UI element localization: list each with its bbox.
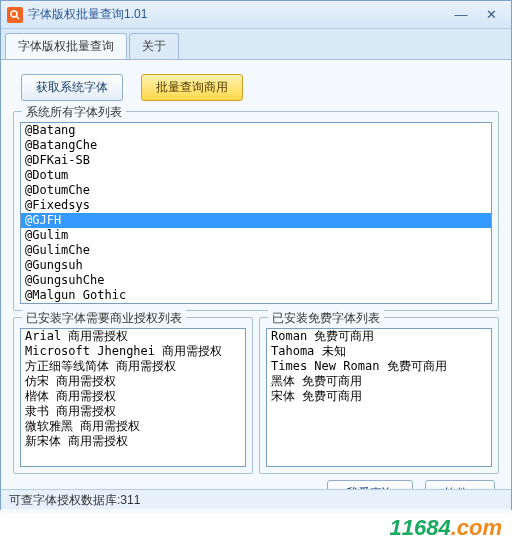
minimize-button[interactable]: — — [447, 6, 475, 24]
watermark-suffix: .com — [451, 515, 502, 540]
group-all-fonts: 系统所有字体列表 @Batang@BatangChe@DFKai-SB@Dotu… — [13, 111, 499, 311]
status-bar: 可查字体授权数据库:311 — [1, 489, 511, 509]
group-all-fonts-label: 系统所有字体列表 — [22, 104, 126, 121]
all-fonts-listbox[interactable]: @Batang@BatangChe@DFKai-SB@Dotum@DotumCh… — [20, 122, 492, 304]
list-item[interactable]: @Dotum — [21, 168, 491, 183]
status-text: 可查字体授权数据库:311 — [9, 493, 140, 507]
svg-line-1 — [17, 16, 20, 19]
watermark-text: 11684 — [389, 515, 450, 540]
list-item[interactable]: @Gulim — [21, 228, 491, 243]
list-item[interactable]: 黑体 免费可商用 — [267, 374, 491, 389]
list-item[interactable]: 仿宋 商用需授权 — [21, 374, 245, 389]
group-free-fonts-label: 已安装免费字体列表 — [268, 310, 384, 327]
close-button[interactable]: ✕ — [477, 6, 505, 24]
list-item[interactable]: 宋体 免费可商用 — [267, 389, 491, 404]
list-item[interactable]: @GulimChe — [21, 243, 491, 258]
list-item[interactable]: Roman 免费可商用 — [267, 329, 491, 344]
list-item[interactable]: @DFKai-SB — [21, 153, 491, 168]
svg-point-0 — [11, 11, 17, 17]
titlebar: 字体版权批量查询1.01 — ✕ — [1, 1, 511, 29]
tab-about[interactable]: 关于 — [129, 33, 179, 59]
list-item[interactable]: 隶书 商用需授权 — [21, 404, 245, 419]
get-system-fonts-button[interactable]: 获取系统字体 — [21, 74, 123, 101]
need-license-listbox[interactable]: Arial 商用需授权Microsoft Jhenghei 商用需授权方正细等线… — [20, 328, 246, 467]
group-need-license-label: 已安装字体需要商业授权列表 — [22, 310, 186, 327]
group-free-fonts: 已安装免费字体列表 Roman 免费可商用Tahoma 未知Times New … — [259, 317, 499, 474]
list-item[interactable]: 楷体 商用需授权 — [21, 389, 245, 404]
list-item[interactable]: Tahoma 未知 — [267, 344, 491, 359]
bottom-columns: 已安装字体需要商业授权列表 Arial 商用需授权Microsoft Jheng… — [13, 317, 499, 474]
tab-bar: 字体版权批量查询 关于 — [1, 29, 511, 60]
list-item[interactable]: @GungsuhChe — [21, 273, 491, 288]
group-need-license: 已安装字体需要商业授权列表 Arial 商用需授权Microsoft Jheng… — [13, 317, 253, 474]
window-controls: — ✕ — [447, 6, 505, 24]
list-item[interactable]: @BatangChe — [21, 138, 491, 153]
batch-query-button[interactable]: 批量查询商用 — [141, 74, 243, 101]
list-item[interactable]: 微软雅黑 商用需授权 — [21, 419, 245, 434]
list-item[interactable]: @Malgun Gothic — [21, 288, 491, 303]
list-item[interactable]: 方正细等线简体 商用需授权 — [21, 359, 245, 374]
list-item[interactable]: @Fixedsys — [21, 198, 491, 213]
list-item[interactable]: @Batang — [21, 123, 491, 138]
watermark: 11684.com — [389, 515, 502, 541]
list-item[interactable]: 新宋体 商用需授权 — [21, 434, 245, 449]
tab-main[interactable]: 字体版权批量查询 — [5, 33, 127, 59]
free-fonts-listbox[interactable]: Roman 免费可商用Tahoma 未知Times New Roman 免费可商… — [266, 328, 492, 467]
list-item[interactable]: Arial 商用需授权 — [21, 329, 245, 344]
list-item[interactable]: @Gungsuh — [21, 258, 491, 273]
list-item[interactable]: @GJFH — [21, 213, 491, 228]
content-area: 获取系统字体 批量查询商用 系统所有字体列表 @Batang@BatangChe… — [1, 60, 511, 513]
app-window: 字体版权批量查询1.01 — ✕ 字体版权批量查询 关于 获取系统字体 批量查询… — [0, 0, 512, 510]
list-item[interactable]: Times New Roman 免费可商用 — [267, 359, 491, 374]
app-icon — [7, 7, 23, 23]
list-item[interactable]: Microsoft Jhenghei 商用需授权 — [21, 344, 245, 359]
list-item[interactable]: @DotumChe — [21, 183, 491, 198]
window-title: 字体版权批量查询1.01 — [28, 6, 447, 23]
